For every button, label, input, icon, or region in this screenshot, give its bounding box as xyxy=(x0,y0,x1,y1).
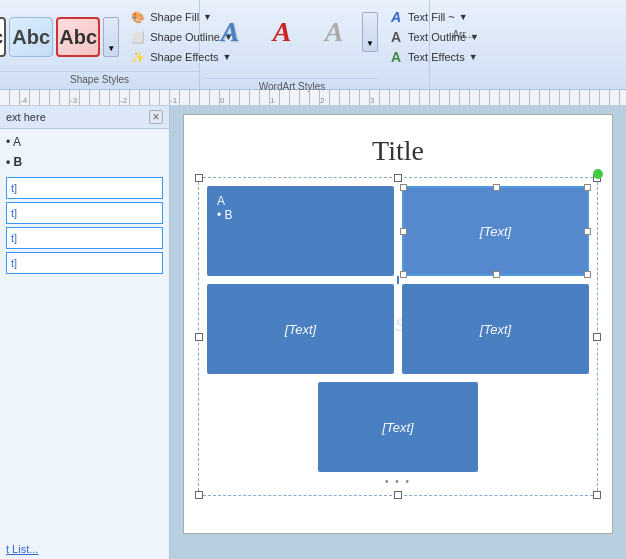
shape-style-button-3[interactable]: Abc xyxy=(56,17,100,57)
ruler: -4 -3 -2 -1 0 1 2 3 xyxy=(0,90,626,106)
text-outline-arrow: ▼ xyxy=(470,32,479,42)
handle-left[interactable] xyxy=(195,333,203,341)
shape-styles-section-label: Shape Styles xyxy=(0,71,199,85)
box2-handle-tr[interactable] xyxy=(584,184,591,191)
wordart-dropdown[interactable]: ▼ xyxy=(362,12,378,52)
ruler-mark-1: 1 xyxy=(270,96,274,105)
wordart-row: A A A ▼ xyxy=(206,8,378,56)
shape-fill-label: Shape Fill xyxy=(150,11,199,23)
text-effects-label: Text Effects xyxy=(408,51,465,63)
diagram-top-row: A • B [Tex xyxy=(207,186,589,276)
panel-input-3[interactable] xyxy=(6,227,163,249)
panel-input-1[interactable] xyxy=(6,177,163,199)
text-outline-icon: A xyxy=(388,29,404,45)
text-fill-label: Text Fill ~ xyxy=(408,11,455,23)
diagram-box-3[interactable]: [Text] xyxy=(207,284,394,374)
connector-row xyxy=(207,276,589,284)
panel-list-link[interactable]: t List... xyxy=(0,539,169,559)
box2-handle-br[interactable] xyxy=(584,271,591,278)
ruler-mark-3: 3 xyxy=(370,96,374,105)
shape-styles-section: Abc Abc Abc ▼ 🎨 Shape Fill ▼ ⬜ Shape Out… xyxy=(0,0,200,89)
panel-item-a[interactable]: • A xyxy=(6,135,163,149)
handle-bottom[interactable] xyxy=(394,491,402,499)
wordart-style-1[interactable]: A xyxy=(206,8,254,56)
ruler-inner: -4 -3 -2 -1 0 1 2 3 xyxy=(0,90,626,105)
box4-label: [Text] xyxy=(480,322,511,337)
panel-input-4[interactable] xyxy=(6,252,163,274)
diagram-box-4[interactable]: [Text] xyxy=(402,284,589,374)
ruler-mark-0: 0 xyxy=(220,96,224,105)
shape-style-button-1[interactable]: Abc xyxy=(0,17,6,57)
ruler-mark-2: 2 xyxy=(320,96,324,105)
box1-bullet-list: A • B xyxy=(217,194,233,222)
diagram-box-2[interactable]: [Text] xyxy=(402,186,589,276)
wordart-style-2[interactable]: A xyxy=(258,8,306,56)
diagram-box-1[interactable]: A • B xyxy=(207,186,394,276)
text-fill-button[interactable]: A Text Fill ~ ▼ xyxy=(384,8,483,26)
wordart-buttons-col: A A A ▼ WordArt Styles xyxy=(206,4,378,92)
shape-effects-icon: ✨ xyxy=(130,49,146,65)
box2-handle-bottom[interactable] xyxy=(493,271,500,278)
box2-handle-right[interactable] xyxy=(584,228,591,235)
panel-inputs-group xyxy=(6,177,163,277)
text-fill-arrow: ▼ xyxy=(459,12,468,22)
diagram-middle-row: [Text] [Text] xyxy=(207,284,589,374)
text-effects-arrow: ▼ xyxy=(469,52,478,62)
ruler-mark-neg1: -1 xyxy=(170,96,177,105)
connector-line xyxy=(397,276,399,284)
text-effects-icon: A xyxy=(388,49,404,65)
box3-label: [Text] xyxy=(285,322,316,337)
handle-right[interactable] xyxy=(593,333,601,341)
text-options-group: A Text Fill ~ ▼ A Text Outline ▼ A Text … xyxy=(384,8,483,66)
main-area: ext here × • A • B t List... Title java2… xyxy=(0,106,626,559)
close-panel-button[interactable]: × xyxy=(149,110,163,124)
handle-bl[interactable] xyxy=(195,491,203,499)
slide-title: Title xyxy=(194,135,602,167)
text-effects-button[interactable]: A Text Effects ▼ xyxy=(384,48,483,66)
wordart-styles-section: A A A ▼ WordArt Styles A Text Fill ~ ▼ A… xyxy=(200,0,430,89)
left-panel-title: ext here xyxy=(6,111,46,123)
handle-top[interactable] xyxy=(394,174,402,182)
ruler-mark-neg2: -2 xyxy=(120,96,127,105)
text-fill-icon: A xyxy=(388,9,404,25)
ribbon: Abc Abc Abc ▼ 🎨 Shape Fill ▼ ⬜ Shape Out… xyxy=(0,0,626,90)
box2-handle-bl[interactable] xyxy=(400,271,407,278)
handle-tl[interactable] xyxy=(195,174,203,182)
diagram-area: A • B [Tex xyxy=(198,177,598,496)
box2-handle-left[interactable] xyxy=(400,228,407,235)
wordart-style-3[interactable]: A xyxy=(310,8,358,56)
panel-item-b[interactable]: • B xyxy=(6,155,163,169)
rotate-handle[interactable] xyxy=(593,169,603,179)
diagram-bottom-row: [Text] xyxy=(207,382,589,472)
ruler-mark-neg3: -3 xyxy=(70,96,77,105)
box2-handle-top[interactable] xyxy=(493,184,500,191)
ruler-mark-neg4: -4 xyxy=(20,96,27,105)
shape-style-dropdown[interactable]: ▼ xyxy=(103,17,119,57)
shape-style-button-2[interactable]: Abc xyxy=(9,17,53,57)
text-outline-label: Text Outline xyxy=(408,31,466,43)
shape-outline-icon: ⬜ xyxy=(130,29,146,45)
left-panel: ext here × • A • B t List... xyxy=(0,106,170,559)
box1-item-b: • B xyxy=(217,208,233,222)
shape-fill-icon: 🎨 xyxy=(130,9,146,25)
text-outline-button[interactable]: A Text Outline ▼ xyxy=(384,28,483,46)
box5-label: [Text] xyxy=(382,420,413,435)
diagram-box-5[interactable]: [Text] xyxy=(318,382,478,472)
left-panel-content: • A • B xyxy=(0,129,169,539)
left-panel-header: ext here × xyxy=(0,106,169,129)
handle-tr[interactable] xyxy=(593,174,601,182)
box1-item-a: A xyxy=(217,194,233,208)
slide: Title java2s.com xyxy=(183,114,613,534)
more-indicator: • • • xyxy=(207,476,589,487)
handle-br[interactable] xyxy=(593,491,601,499)
box2-label: [Text] xyxy=(480,224,511,239)
panel-input-2[interactable] xyxy=(6,202,163,224)
slide-area: Title java2s.com xyxy=(170,106,626,559)
box2-handle-tl[interactable] xyxy=(400,184,407,191)
